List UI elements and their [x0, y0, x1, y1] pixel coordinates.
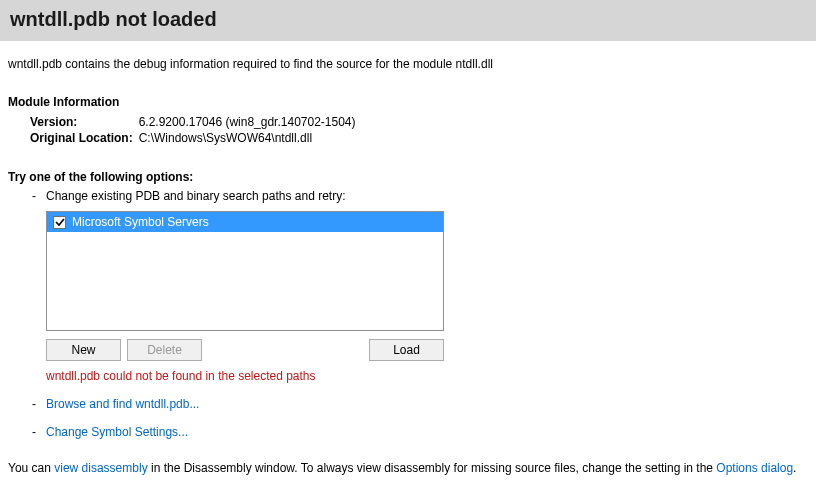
symbol-server-checkbox[interactable]: [53, 216, 66, 229]
options-list: Change existing PDB and binary search pa…: [32, 189, 808, 439]
footer-middle: in the Disassembly window. To always vie…: [148, 461, 717, 475]
intro-text: wntdll.pdb contains the debug informatio…: [8, 57, 808, 71]
module-location-value: C:\Windows\SysWOW64\ntdll.dll: [139, 130, 362, 146]
option-browse: Browse and find wntdll.pdb...: [32, 397, 808, 411]
module-row-location: Original Location: C:\Windows\SysWOW64\n…: [30, 130, 362, 146]
load-button[interactable]: Load: [369, 339, 444, 361]
checkmark-icon: [55, 217, 65, 227]
footer-prefix: You can: [8, 461, 54, 475]
footer-suffix: .: [793, 461, 796, 475]
content-area: wntdll.pdb contains the debug informatio…: [0, 41, 816, 453]
symbol-buttons-row: New Delete Load: [46, 339, 444, 361]
symbol-server-listbox[interactable]: Microsoft Symbol Servers: [46, 211, 444, 331]
module-version-value: 6.2.9200.17046 (win8_gdr.140702-1504): [139, 114, 362, 130]
page-title: wntdll.pdb not loaded: [10, 8, 806, 31]
option-settings: Change Symbol Settings...: [32, 425, 808, 439]
option-change-paths-label: Change existing PDB and binary search pa…: [46, 189, 346, 203]
button-spacer: [208, 339, 363, 361]
new-button[interactable]: New: [46, 339, 121, 361]
symbol-server-item[interactable]: Microsoft Symbol Servers: [47, 212, 443, 232]
header-bar: wntdll.pdb not loaded: [0, 0, 816, 41]
settings-link[interactable]: Change Symbol Settings...: [46, 425, 188, 439]
options-heading: Try one of the following options:: [8, 170, 808, 184]
options-dialog-link[interactable]: Options dialog: [716, 461, 793, 475]
option-change-paths: Change existing PDB and binary search pa…: [32, 189, 808, 383]
browse-link[interactable]: Browse and find wntdll.pdb...: [46, 397, 199, 411]
symbol-server-label: Microsoft Symbol Servers: [72, 215, 209, 229]
module-row-version: Version: 6.2.9200.17046 (win8_gdr.140702…: [30, 114, 362, 130]
error-message: wntdll.pdb could not be found in the sel…: [46, 369, 808, 383]
footer-text: You can view disassembly in the Disassem…: [0, 453, 816, 483]
module-version-label: Version:: [30, 114, 139, 130]
module-info-section: Module Information Version: 6.2.9200.170…: [8, 95, 808, 146]
delete-button: Delete: [127, 339, 202, 361]
module-location-label: Original Location:: [30, 130, 139, 146]
module-info-heading: Module Information: [8, 95, 808, 109]
view-disassembly-link[interactable]: view disassembly: [54, 461, 147, 475]
module-info-table: Version: 6.2.9200.17046 (win8_gdr.140702…: [30, 114, 362, 146]
